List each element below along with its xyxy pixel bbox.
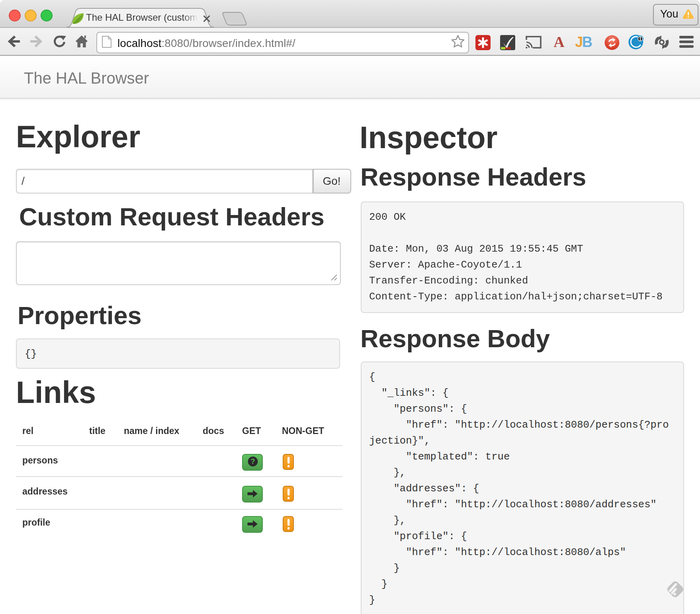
svg-text:?: ?	[250, 458, 255, 465]
